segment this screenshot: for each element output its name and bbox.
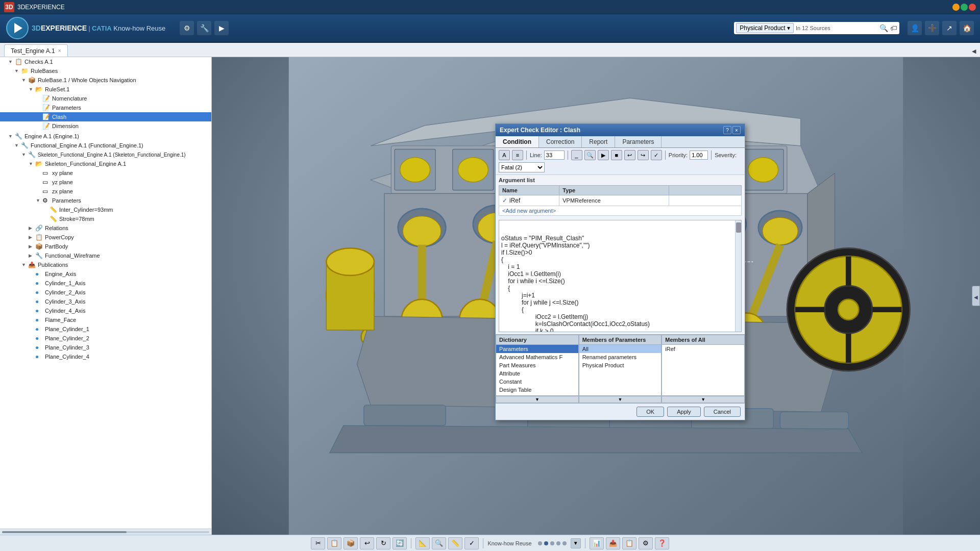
collapse-button[interactable]: ◀ — [968, 46, 980, 57]
bottom-tool-measure[interactable]: 📏 — [448, 537, 462, 549]
check-btn[interactable]: ✓ — [651, 150, 662, 160]
dict-scroll-btn-3[interactable]: ▼ — [662, 396, 745, 403]
redo-btn[interactable]: ↪ — [638, 150, 649, 160]
tab-close-button[interactable]: × — [58, 48, 61, 54]
tree-item-xy-plane[interactable]: ▭ xy plane — [0, 168, 211, 178]
bottom-tool-pan[interactable]: 📐 — [415, 537, 430, 549]
undo-btn[interactable]: ↩ — [624, 150, 635, 160]
bottom-tool-export[interactable]: 📤 — [606, 537, 620, 549]
tree-item-skeleton-functional[interactable]: ▼ 🔧 Skeleton_Functional_Engine A.1 (Skel… — [0, 150, 211, 159]
dict-item-attribute[interactable]: Attribute — [496, 369, 578, 378]
dict-item-constant[interactable]: Constant — [496, 378, 578, 386]
tree-item-dimension[interactable]: 📝 Dimension — [0, 121, 211, 131]
dict-item-adv-math[interactable]: Advanced Mathematics F — [496, 353, 578, 361]
tab-condition[interactable]: Condition — [496, 136, 539, 147]
tree-item-clash[interactable]: 📝 Clash — [0, 112, 211, 121]
more-tools-button[interactable]: ▼ — [571, 538, 581, 548]
goto-btn[interactable]: ⎯ — [571, 150, 582, 160]
dict-item-part-measures[interactable]: Part Measures — [496, 361, 578, 369]
3d-viewport[interactable]: ◀ Expert Check Editor : Clash ? × Condit… — [212, 57, 980, 535]
tree-item-cyl2-axis[interactable]: ● Cylinder_2_Axis — [0, 288, 211, 297]
tab-parameters[interactable]: Parameters — [615, 136, 662, 147]
tree-item-skeleton-engine[interactable]: ▼ 📂 Skeleton_Functional_Engine A.1 — [0, 159, 211, 168]
dict-item-renamed[interactable]: Renamed parameters — [579, 353, 662, 361]
tree-item-inter-cyl[interactable]: 📏 Inter_Cylinder=93mm — [0, 205, 211, 214]
search-button[interactable]: 🔍 — [879, 24, 888, 32]
scrollbar-thumb[interactable] — [736, 222, 741, 233]
dict-scroll-btn-2[interactable]: ▼ — [579, 396, 662, 403]
priority-input[interactable] — [690, 151, 708, 160]
apply-button[interactable]: Apply — [667, 407, 701, 417]
bottom-tool-report2[interactable]: 📋 — [622, 537, 636, 549]
bottom-tool-undo[interactable]: ↩ — [360, 537, 374, 549]
tree-item-flame-face[interactable]: ● Flame_Face — [0, 315, 211, 324]
code-editor[interactable]: oStatus = "PIM_Result_Clash" l = iRef.Qu… — [499, 220, 742, 332]
toolbar-icon-share[interactable]: ↗ — [942, 21, 957, 35]
dict-item-iref[interactable]: iRef — [662, 345, 744, 353]
bottom-tool-check[interactable]: ✓ — [464, 537, 479, 549]
toolbar-icon-1[interactable]: ⚙ — [180, 21, 194, 35]
tree-item-relations[interactable]: ▶ 🔗 Relations — [0, 223, 211, 233]
bottom-tool-rotate[interactable]: 🔄 — [393, 537, 407, 549]
tree-item-functional-engine[interactable]: ▼ 🔧 Functional_Engine A.1 (Functional_En… — [0, 141, 211, 150]
tree-item-nomenclature[interactable]: 📝 Nomenclature — [0, 94, 211, 103]
dict-item-parameters[interactable]: Parameters — [496, 345, 578, 353]
arg-row-add[interactable]: <Add new argument> — [499, 206, 742, 216]
bottom-tool-package[interactable]: 📦 — [344, 537, 358, 549]
toolbar-icon-3[interactable]: ▶ — [214, 21, 229, 35]
tree-item-plane-cyl4[interactable]: ● Plane_Cylinder_4 — [0, 352, 211, 361]
toolbar-icon-user[interactable]: 👤 — [908, 21, 922, 35]
bottom-tool-zoom[interactable]: 🔍 — [432, 537, 446, 549]
arg-row-iref[interactable]: ✓iRef VPMReference — [499, 195, 742, 206]
tree-item-engine[interactable]: ▼ 🔧 Engine A.1 (Engine.1) — [0, 132, 211, 141]
line-input[interactable] — [544, 151, 565, 160]
tab-test-engine[interactable]: Test_Engine A.1 × — [4, 44, 68, 57]
tree-item-cyl4-axis[interactable]: ● Cylinder_4_Axis — [0, 306, 211, 315]
tree-item-yz-plane[interactable]: ▭ yz plane — [0, 178, 211, 187]
tree-item-cyl3-axis[interactable]: ● Cylinder_3_Axis — [0, 297, 211, 306]
search-input[interactable] — [796, 25, 877, 31]
tree-item-partbody[interactable]: ▶ 📦 PartBody — [0, 242, 211, 251]
bottom-tool-help[interactable]: ❓ — [655, 537, 669, 549]
bottom-tool-cut[interactable]: ✂ — [311, 537, 325, 549]
format-btn-1[interactable]: A — [499, 150, 510, 160]
code-scrollbar[interactable] — [735, 220, 741, 332]
run-btn[interactable]: ▶ — [598, 150, 609, 160]
bottom-tool-copy[interactable]: 📋 — [327, 537, 341, 549]
tree-item-plane-cyl2[interactable]: ● Plane_Cylinder_2 — [0, 334, 211, 343]
toolbar-icon-2[interactable]: 🔧 — [197, 21, 211, 35]
maximize-button[interactable] — [961, 4, 968, 11]
dict-item-physical-product[interactable]: Physical Product — [579, 361, 662, 369]
search-dropdown[interactable]: Physical Product ▾ — [736, 23, 794, 33]
tab-report[interactable]: Report — [582, 136, 615, 147]
tree-item-publications[interactable]: ▼ 📤 Publications — [0, 260, 211, 269]
tree-item-parameters[interactable]: 📝 Parameters — [0, 103, 211, 112]
bottom-tool-settings[interactable]: ⚙ — [639, 537, 653, 549]
tree-item-cyl1-axis[interactable]: ● Cylinder_1_Axis — [0, 279, 211, 288]
tree-item-ruleset1[interactable]: ▼ 📂 RuleSet.1 — [0, 85, 211, 94]
add-arg-label[interactable]: <Add new argument> — [499, 206, 742, 216]
tree-item-parameters-sub[interactable]: ▼ ⚙ Parameters — [0, 196, 211, 205]
find-btn[interactable]: 🔍 — [584, 150, 596, 160]
cancel-button[interactable]: Cancel — [704, 407, 741, 417]
tree-item-zx-plane[interactable]: ▭ zx plane — [0, 187, 211, 196]
dialog-close-button[interactable]: × — [732, 126, 741, 134]
stop-btn[interactable]: ■ — [611, 150, 622, 160]
dialog-help-button[interactable]: ? — [723, 126, 731, 134]
tree-item-stroke[interactable]: 📏 Stroke=78mm — [0, 214, 211, 223]
toolbar-icon-home[interactable]: 🏠 — [960, 21, 974, 35]
search-tag-button[interactable]: 🏷 — [890, 24, 897, 32]
dict-item-design-table[interactable]: Design Table — [496, 386, 578, 394]
tree-item-rulebase1[interactable]: ▼ 📦 RuleBase.1 / Whole Objects Navigatio… — [0, 76, 211, 85]
tree-item-functional-wireframe[interactable]: ▶ 🔧 Functional_Wireframe — [0, 251, 211, 260]
tab-correction[interactable]: Correction — [539, 136, 582, 147]
format-btn-2[interactable]: ≡ — [512, 150, 523, 160]
tree-item-rulebases[interactable]: ▼ 📁 RuleBases — [0, 66, 211, 76]
close-button[interactable] — [969, 4, 976, 11]
severity-select[interactable]: Fatal (2) Warning (1) Info (0) — [499, 162, 545, 172]
dict-item-all[interactable]: All — [579, 345, 662, 353]
tree-item-checks[interactable]: ▼ 📋 Checks A.1 — [0, 57, 211, 66]
right-panel-toggle[interactable]: ◀ — [972, 286, 980, 306]
tree-item-powercopy[interactable]: ▶ 📋 PowerCopy — [0, 233, 211, 242]
dict-scroll-btn-1[interactable]: ▼ — [496, 396, 579, 403]
